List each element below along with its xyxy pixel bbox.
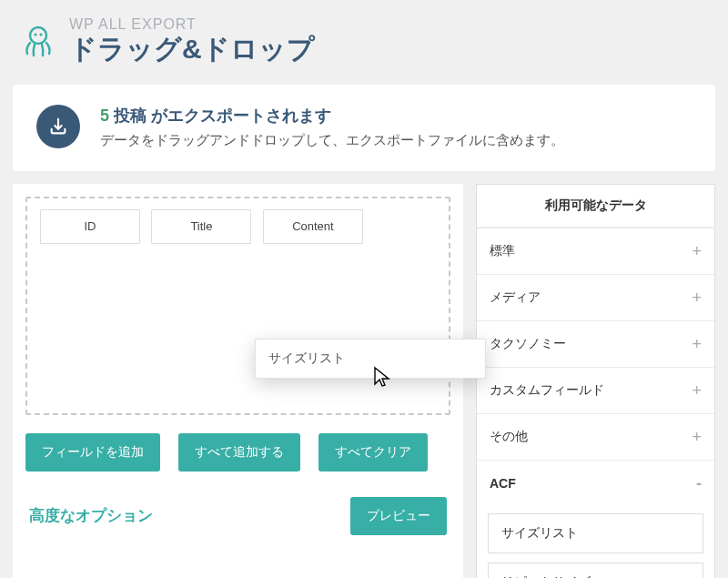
banner-heading: 5 投稿 がエクスポートされます: [100, 105, 692, 127]
accordion-label: 標準: [490, 243, 515, 259]
export-icon: [36, 105, 80, 148]
banner-subtext: データをドラッグアンドドロップして、エクスポートファイルに含めます。: [100, 130, 692, 151]
accordion-section-standard[interactable]: 標準 +: [477, 228, 714, 274]
expand-icon: +: [692, 382, 702, 399]
svg-point-2: [39, 33, 42, 35]
acf-field-list: サイズリスト リピートサイズ: [477, 506, 714, 579]
product-logo-icon: [18, 21, 58, 65]
expand-icon: +: [692, 336, 702, 352]
available-data-header: 利用可能なデータ: [477, 185, 714, 228]
field-dropzone[interactable]: ID Title Content: [25, 197, 450, 415]
accordion-label: ACF: [490, 476, 516, 491]
page-header: WP ALL EXPORT ドラッグ&ドロップ: [0, 0, 728, 85]
svg-point-0: [30, 27, 46, 44]
drag-ghost: サイズリスト: [255, 339, 486, 379]
draggable-field[interactable]: リピートサイズ: [488, 563, 703, 579]
field-chip[interactable]: ID: [40, 209, 140, 244]
add-field-button[interactable]: フィールドを追加: [25, 433, 160, 472]
field-chip[interactable]: Title: [151, 209, 251, 244]
accordion-section-acf[interactable]: ACF -: [477, 460, 714, 506]
preview-button[interactable]: プレビュー: [350, 497, 447, 535]
accordion-section-media[interactable]: メディア +: [477, 274, 714, 320]
field-chip[interactable]: Content: [263, 209, 363, 244]
export-builder-panel: ID Title Content フィールドを追加 すべて追加する すべてクリア…: [13, 184, 463, 579]
export-count: 5: [100, 106, 109, 125]
accordion-label: メディア: [490, 289, 541, 306]
accordion-section-custom-fields[interactable]: カスタムフィールド +: [477, 367, 714, 413]
collapse-icon: -: [696, 475, 702, 492]
draggable-field[interactable]: サイズリスト: [488, 513, 703, 553]
accordion-label: タクソノミー: [490, 336, 566, 352]
svg-point-1: [34, 33, 36, 35]
expand-icon: +: [692, 243, 702, 259]
page-title: ドラッグ&ドロップ: [69, 31, 315, 68]
info-banner: 5 投稿 がエクスポートされます データをドラッグアンドドロップして、エクスポー…: [13, 85, 715, 171]
accordion-section-taxonomy[interactable]: タクソノミー +: [477, 320, 714, 367]
banner-heading-text: 投稿 がエクスポートされます: [109, 106, 331, 125]
accordion-label: その他: [490, 429, 528, 445]
advanced-options-link[interactable]: 高度なオプション: [29, 505, 153, 526]
available-data-panel: 利用可能なデータ 標準 + メディア + タクソノミー + カスタムフィールド …: [476, 184, 715, 579]
accordion-label: カスタムフィールド: [490, 382, 604, 399]
add-all-button[interactable]: すべて追加する: [178, 433, 300, 472]
expand-icon: +: [692, 429, 702, 445]
expand-icon: +: [692, 289, 702, 306]
clear-all-button[interactable]: すべてクリア: [318, 433, 428, 472]
accordion-section-other[interactable]: その他 +: [477, 413, 714, 460]
